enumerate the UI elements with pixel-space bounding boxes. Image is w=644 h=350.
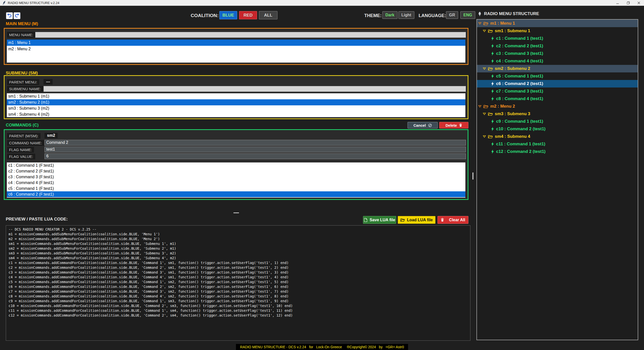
main-menu-header: MAIN MENU (M) [6, 21, 38, 26]
language-eng-button[interactable]: ENG [460, 11, 475, 19]
tree-node-submenu[interactable]: sm2 : Submenu 2 [477, 65, 638, 72]
main-menu-panel: MENU NAME: m1 : Menu 1m2 : Menu 2 [4, 28, 468, 65]
expander-triangle-icon[interactable] [478, 105, 481, 108]
tree-node-command[interactable]: c1 : Command 1 (test1) [477, 35, 638, 42]
coalition-blue-button[interactable]: BLUE [219, 11, 237, 19]
tree-node-label: c5 : Command 1 (test1) [496, 74, 543, 79]
lightning-bolt-icon [491, 119, 494, 124]
statusbar-text: RADIO MENU STRUCTURE - DCS v.2.24 for Lo… [236, 344, 408, 350]
language-gr-button[interactable]: GR [446, 11, 458, 19]
clear-all-button[interactable]: Clear All [437, 216, 468, 224]
tree-node-command[interactable]: c12 : Command 2 (test1) [477, 148, 638, 155]
list-item[interactable]: c3 : Command 3 (F:test1) [7, 174, 465, 180]
expander-triangle-icon[interactable] [483, 135, 486, 138]
list-item[interactable]: sm4 : Submenu 4 (m2) [7, 111, 465, 117]
app-icon-feather [3, 1, 6, 5]
list-item[interactable]: sm2 : Submenu 2 (m1) [7, 99, 465, 105]
tree-node-label: c10 : Command 2 (test1) [496, 126, 546, 132]
tree-icon [478, 12, 481, 16]
lightning-bolt-icon [491, 97, 494, 101]
list-item[interactable]: sm3 : Submenu 3 (m2) [7, 105, 465, 111]
app-surface: COALITION: BLUEREDALL THEME: DarkLight L… [0, 6, 644, 350]
coalition-red-button[interactable]: RED [239, 11, 257, 19]
vertical-splitter-handle[interactable] [472, 172, 473, 180]
load-lua-button[interactable]: Load LUA file [398, 216, 435, 224]
minimize-icon[interactable] [612, 0, 623, 6]
tree-node-command[interactable]: c11 : Command 1 (test1) [477, 140, 638, 148]
tree-node-command[interactable]: c6 : Command 2 (test1) [477, 80, 638, 88]
tree-node-command[interactable]: c4 : Command 4 (test1) [477, 57, 638, 65]
no-symbol-icon [428, 123, 432, 127]
lightning-bolt-icon [491, 89, 494, 94]
list-item[interactable]: c4 : Command 4 (F:test1) [7, 180, 465, 186]
lightning-bolt-icon [491, 81, 494, 86]
list-item[interactable]: c2 : Command 2 (F:test1) [7, 168, 465, 174]
main-menu-list: m1 : Menu 1m2 : Menu 2 [7, 39, 466, 63]
tree-node-label: c4 : Command 4 (test1) [496, 59, 543, 64]
load-lua-label: Load LUA file [407, 218, 433, 222]
undo-icon [7, 13, 12, 18]
coalition-label: COALITION: [191, 13, 219, 18]
command-name-label: COMMAND NAME: [7, 140, 44, 146]
redo-button[interactable] [14, 12, 20, 19]
tree-node-menu[interactable]: m2 : Menu 2 [477, 103, 638, 110]
tree-node-command[interactable]: c10 : Command 2 (test1) [477, 125, 638, 133]
list-item[interactable]: c1 : Command 1 (F:test1) [7, 162, 465, 168]
tree-node-command[interactable]: c7 : Command 3 (test1) [477, 88, 638, 95]
tree-node-label: c6 : Command 2 (test1) [496, 81, 543, 86]
list-item[interactable]: m1 : Menu 1 [7, 39, 465, 46]
folder-icon [488, 112, 493, 116]
flag-name-label: FLAG NAME: [7, 147, 34, 153]
folder-icon [488, 29, 493, 33]
commands-list: c1 : Command 1 (F:test1)c2 : Command 2 (… [7, 162, 466, 198]
lua-code-editor[interactable]: -- DCS RADIO MENU CREATOR 2 - DCS v.2.25… [6, 226, 470, 319]
parent-msm-label: PARENT (M/SM): [7, 133, 41, 139]
expander-triangle-icon[interactable] [483, 113, 486, 115]
tree-box: m1 : Menu 1sm1 : Submenu 1c1 : Command 1… [476, 19, 638, 340]
theme-dark-button[interactable]: Dark [382, 11, 397, 19]
list-item[interactable]: sm1 : Submenu 1 (m1) [7, 93, 465, 99]
tree-node-command[interactable]: c2 : Command 2 (test1) [477, 42, 638, 50]
tree-node-label: m2 : Menu 2 [490, 104, 515, 109]
list-item[interactable]: m2 : Menu 2 [7, 46, 465, 52]
tree-node-command[interactable]: c9 : Command 1 (test1) [477, 118, 638, 125]
tree-node-label: sm1 : Submenu 1 [495, 28, 530, 33]
horizontal-splitter-handle[interactable] [233, 212, 239, 213]
trash-icon [441, 218, 444, 222]
submenu-name-label: SUBMENU NAME: [7, 86, 43, 92]
list-item[interactable]: c5 : Command 1 (F:test1) [7, 186, 465, 191]
tree-node-command[interactable]: c8 : Command 4 (test1) [477, 95, 638, 103]
tree-node-submenu[interactable]: sm3 : Submenu 3 [477, 110, 638, 118]
tree-node-submenu[interactable]: sm1 : Submenu 1 [477, 27, 638, 35]
theme-label: THEME: [364, 13, 382, 18]
lightning-bolt-icon [491, 127, 494, 131]
close-icon[interactable] [633, 0, 644, 6]
flag-name-input[interactable]: test1 [45, 147, 466, 152]
undo-button[interactable] [6, 12, 13, 19]
lightning-bolt-icon [491, 36, 494, 41]
tree-node-submenu[interactable]: sm4 : Submenu 4 [477, 133, 638, 140]
delete-button[interactable]: Delete [439, 122, 468, 128]
tree-node-command[interactable]: c5 : Command 1 (test1) [477, 72, 638, 80]
expander-triangle-icon[interactable] [483, 67, 486, 70]
save-lua-button[interactable]: Save LUA file [363, 216, 396, 224]
tree-node-command[interactable]: c3 : Command 3 (test1) [477, 50, 638, 57]
flag-value-label: FLAG VALUE: [7, 154, 35, 159]
command-name-input[interactable]: Command 2 [45, 140, 466, 146]
submenu-name-input[interactable] [44, 86, 466, 92]
redo-icon [15, 13, 19, 18]
menu-name-input[interactable] [35, 32, 466, 38]
tree-node-label: c2 : Command 2 (test1) [496, 43, 543, 49]
tree-node-menu[interactable]: m1 : Menu 1 [477, 20, 638, 27]
cancel-button[interactable]: Cancel [408, 122, 438, 128]
expander-triangle-icon[interactable] [483, 30, 486, 32]
restore-icon[interactable] [623, 0, 633, 6]
lightning-bolt-icon [491, 74, 494, 78]
commands-header: COMMANDS (C) [6, 123, 38, 128]
flag-value-input[interactable]: 6 [45, 153, 466, 159]
expander-triangle-icon[interactable] [478, 22, 481, 25]
list-item[interactable]: c6 : Command 2 (F:test1) [7, 191, 465, 197]
lightning-bolt-icon [491, 51, 494, 56]
theme-light-button[interactable]: Light [398, 11, 414, 19]
coalition-all-button[interactable]: ALL [259, 11, 277, 19]
